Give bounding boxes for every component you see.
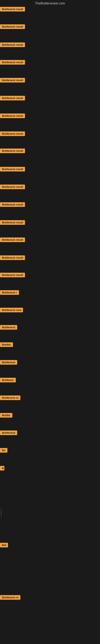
bottleneck-badge-0: Bottleneck result [0, 7, 25, 12]
bottleneck-badge-29: Bottleneck re [0, 595, 20, 600]
bottleneck-badge-6: Bottleneck result [0, 114, 25, 118]
bottleneck-badge-10: Bottleneck result [0, 184, 25, 189]
bottleneck-item-11: Bottleneck result [0, 202, 25, 208]
bottleneck-item-0: Bottleneck result [0, 7, 25, 12]
bottleneck-item-23: Bottler [0, 413, 12, 418]
bottleneck-item-13: Bottleneck result [0, 238, 25, 243]
bottleneck-badge-7: Bottleneck result [0, 132, 25, 136]
bottleneck-item-26: B [0, 466, 4, 471]
bottleneck-item-16: Bottleneck r [0, 290, 19, 296]
bottleneck-badge-28: Bot [0, 543, 8, 548]
bottleneck-item-24: Bottleneck [0, 430, 17, 436]
bottleneck-badge-25: Bo [0, 448, 7, 452]
bottleneck-badge-20: Bottleneck [0, 360, 17, 365]
bottleneck-badge-12: Bottleneck result [0, 220, 25, 225]
bottleneck-item-25: Bo [0, 448, 7, 454]
bottleneck-badge-15: Bottleneck result [0, 273, 25, 277]
bottleneck-badge-9: Bottleneck result [0, 167, 25, 172]
site-title: TheBottlenecker.com [0, 0, 100, 7]
bottleneck-badge-26: B [0, 466, 4, 470]
vertical-line-27 [1, 508, 1, 516]
bottleneck-item-3: Bottleneck result [0, 60, 25, 66]
bottleneck-item-4: Bottleneck result [0, 78, 25, 83]
bottleneck-item-5: Bottleneck result [0, 96, 25, 101]
bottleneck-item-28: Bot [0, 543, 8, 548]
bottleneck-item-29: Bottleneck re [0, 595, 20, 600]
bottleneck-badge-1: Bottleneck result [0, 24, 25, 29]
bottleneck-item-10: Bottleneck result [0, 184, 25, 190]
bottleneck-item-15: Bottleneck result [0, 273, 25, 278]
bottleneck-badge-2: Bottleneck result [0, 42, 25, 47]
bottleneck-item-14: Bottleneck result [0, 256, 25, 261]
bottleneck-item-12: Bottleneck result [0, 220, 25, 226]
bottleneck-item-8: Bottleneck result [0, 148, 25, 154]
bottleneck-item-21: Bottlenec [0, 378, 16, 383]
bottleneck-item-2: Bottleneck result [0, 42, 25, 48]
bottleneck-badge-19: Bottlen [0, 342, 13, 347]
bottleneck-badge-24: Bottleneck [0, 430, 17, 435]
bottleneck-badge-13: Bottleneck result [0, 238, 25, 242]
bottleneck-badge-22: Bottleneck re [0, 396, 20, 400]
bottleneck-badge-21: Bottlenec [0, 378, 16, 382]
bottleneck-badge-17: Bottleneck resu [0, 308, 23, 312]
bottleneck-item-7: Bottleneck result [0, 132, 25, 137]
bottleneck-badge-14: Bottleneck result [0, 256, 25, 260]
bottleneck-item-17: Bottleneck resu [0, 308, 23, 313]
bottleneck-badge-5: Bottleneck result [0, 96, 25, 100]
bottleneck-item-1: Bottleneck result [0, 24, 25, 30]
bottleneck-item-9: Bottleneck result [0, 167, 25, 172]
bottleneck-item-19: Bottlen [0, 342, 13, 348]
bottleneck-badge-8: Bottleneck result [0, 148, 25, 153]
bottleneck-item-6: Bottleneck result [0, 114, 25, 119]
bottleneck-badge-23: Bottler [0, 413, 12, 418]
bottleneck-badge-18: Bottleneck [0, 325, 17, 330]
bottleneck-item-22: Bottleneck re [0, 396, 20, 401]
bottleneck-badge-16: Bottleneck r [0, 290, 19, 295]
bottleneck-badge-3: Bottleneck result [0, 60, 25, 64]
bottleneck-item-18: Bottleneck [0, 325, 17, 330]
bottleneck-badge-11: Bottleneck result [0, 202, 25, 207]
bottleneck-badge-4: Bottleneck result [0, 78, 25, 82]
bottleneck-item-20: Bottleneck [0, 360, 17, 366]
